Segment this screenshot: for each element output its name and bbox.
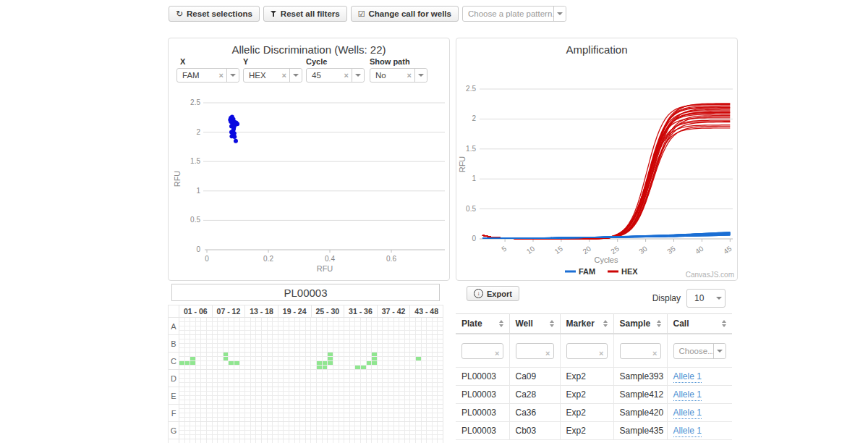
well-cell[interactable] xyxy=(355,396,360,400)
well-cell[interactable] xyxy=(306,357,311,360)
well-cell[interactable] xyxy=(361,387,366,391)
well-cell[interactable] xyxy=(229,418,234,421)
well-cell[interactable] xyxy=(344,331,349,334)
well-cell[interactable] xyxy=(410,348,415,352)
cycle-select[interactable]: 45 × xyxy=(306,68,365,83)
well-cell[interactable] xyxy=(201,435,206,439)
well-cell[interactable] xyxy=(416,383,421,387)
well-cell[interactable] xyxy=(422,357,427,360)
well-cell[interactable] xyxy=(289,318,294,321)
well-cell[interactable] xyxy=(416,439,421,443)
well-cell[interactable] xyxy=(196,426,201,430)
well-cell[interactable] xyxy=(240,422,245,426)
well-cell[interactable] xyxy=(234,348,239,352)
well-cell[interactable] xyxy=(339,335,344,339)
well-cell[interactable] xyxy=(388,318,393,321)
well-cell[interactable] xyxy=(218,426,223,430)
well-cell[interactable] xyxy=(207,405,212,408)
well-cell[interactable] xyxy=(372,357,377,360)
well-cell[interactable] xyxy=(256,418,261,421)
well-cell[interactable] xyxy=(323,357,328,360)
well-cell[interactable] xyxy=(405,383,410,387)
well-cell[interactable] xyxy=(273,426,278,430)
well-cell[interactable] xyxy=(306,435,311,439)
well-cell[interactable] xyxy=(438,344,443,347)
well-cell[interactable] xyxy=(185,396,190,400)
well-cell[interactable] xyxy=(284,431,289,434)
well-cell[interactable] xyxy=(378,422,383,426)
well-cell[interactable] xyxy=(388,418,393,421)
well-cell[interactable] xyxy=(422,409,427,413)
well-cell[interactable] xyxy=(328,326,333,330)
well-cell[interactable] xyxy=(289,379,294,382)
well-cell[interactable] xyxy=(295,335,300,339)
well-cell[interactable] xyxy=(218,400,223,404)
well-cell[interactable] xyxy=(306,326,311,330)
well-cell[interactable] xyxy=(234,353,239,356)
well-cell[interactable] xyxy=(438,353,443,356)
well-cell[interactable] xyxy=(218,353,223,356)
well-cell[interactable] xyxy=(201,361,206,365)
well-cell[interactable] xyxy=(278,422,284,426)
well-cell[interactable] xyxy=(234,392,239,395)
well-cell[interactable] xyxy=(224,426,229,430)
well-cell[interactable] xyxy=(229,431,234,434)
well-cell[interactable] xyxy=(361,339,366,343)
well-cell[interactable] xyxy=(245,439,250,443)
well-cell[interactable] xyxy=(201,409,206,413)
clear-icon[interactable]: × xyxy=(652,349,657,358)
well-cell[interactable] xyxy=(240,426,245,430)
well-cell[interactable] xyxy=(278,379,284,382)
well-cell[interactable] xyxy=(240,374,245,378)
well-cell[interactable] xyxy=(399,418,404,421)
well-cell[interactable] xyxy=(262,392,267,395)
well-cell[interactable] xyxy=(339,405,344,408)
well-cell[interactable] xyxy=(427,422,432,426)
well-cell[interactable] xyxy=(295,370,300,374)
well-cell[interactable] xyxy=(207,413,212,417)
well-cell[interactable] xyxy=(289,348,294,352)
well-cell[interactable] xyxy=(190,383,195,387)
well-cell[interactable] xyxy=(410,387,415,391)
well-cell[interactable] xyxy=(196,431,201,434)
well-cell[interactable] xyxy=(201,326,206,330)
well-cell[interactable] xyxy=(273,344,278,347)
well-cell[interactable] xyxy=(185,405,190,408)
well-cell[interactable] xyxy=(218,413,223,417)
well-cell[interactable] xyxy=(355,418,360,421)
well-cell[interactable] xyxy=(311,426,316,430)
well-cell[interactable] xyxy=(399,409,404,413)
well-cell[interactable] xyxy=(344,392,349,395)
well-cell[interactable] xyxy=(405,331,410,334)
well-cell[interactable] xyxy=(350,396,355,400)
well-cell[interactable] xyxy=(333,370,339,374)
well-cell[interactable] xyxy=(378,361,383,365)
well-cell[interactable] xyxy=(361,344,366,347)
well-cell[interactable] xyxy=(234,426,239,430)
well-cell[interactable] xyxy=(185,435,190,439)
well-cell[interactable] xyxy=(201,431,206,434)
well-cell[interactable] xyxy=(268,353,273,356)
well-cell[interactable] xyxy=(218,379,223,382)
well-cell[interactable] xyxy=(284,439,289,443)
well-cell[interactable] xyxy=(207,379,212,382)
well-cell[interactable] xyxy=(333,344,339,347)
well-cell[interactable] xyxy=(416,435,421,439)
well-cell[interactable] xyxy=(438,413,443,417)
well-cell[interactable] xyxy=(306,413,311,417)
column-header-plate[interactable]: Plate xyxy=(456,314,509,334)
well-cell[interactable] xyxy=(234,326,239,330)
well-cell[interactable] xyxy=(333,431,339,434)
well-cell[interactable] xyxy=(427,383,432,387)
well-cell[interactable] xyxy=(196,422,201,426)
well-cell[interactable] xyxy=(427,357,432,360)
well-cell[interactable] xyxy=(367,426,372,430)
well-cell[interactable] xyxy=(383,348,388,352)
well-cell[interactable] xyxy=(262,435,267,439)
well-cell[interactable] xyxy=(378,344,383,347)
well-cell[interactable] xyxy=(190,379,195,382)
well-cell[interactable] xyxy=(240,322,245,326)
well-cell[interactable] xyxy=(361,335,366,339)
well-cell[interactable] xyxy=(289,431,294,434)
well-cell[interactable] xyxy=(224,357,229,360)
